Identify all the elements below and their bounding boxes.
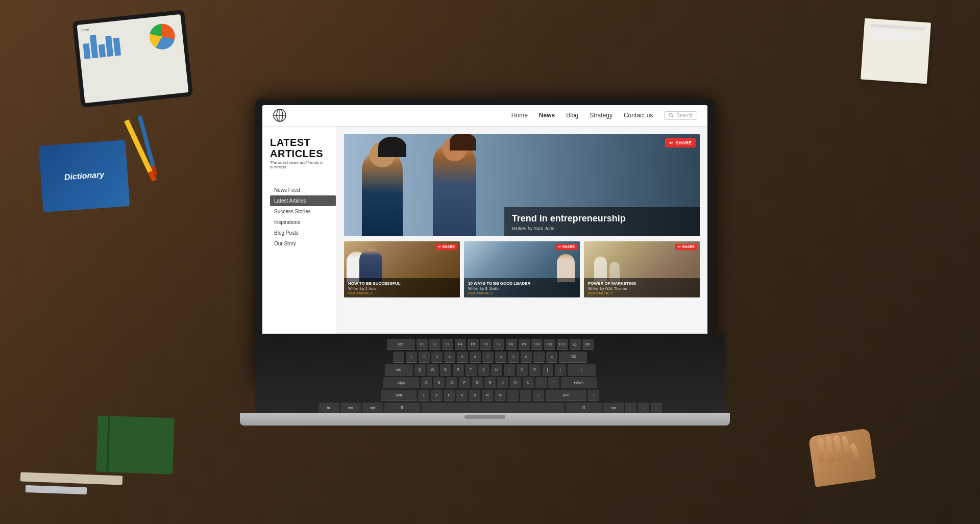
- key-f2[interactable]: F2: [429, 339, 440, 350]
- nav-home[interactable]: Home: [511, 112, 528, 119]
- key-slash[interactable]: /: [533, 390, 544, 401]
- key-3[interactable]: 3: [431, 352, 443, 363]
- key-f6[interactable]: F6: [480, 339, 492, 350]
- key-right[interactable]: →: [651, 403, 662, 414]
- key-f8[interactable]: F8: [506, 339, 517, 350]
- key-cmd[interactable]: ⌘: [384, 403, 420, 414]
- key-space[interactable]: [422, 403, 565, 414]
- key-g[interactable]: G: [472, 377, 483, 388]
- key-backspace[interactable]: ⌫: [559, 352, 587, 363]
- key-v[interactable]: V: [456, 390, 468, 401]
- key-d[interactable]: D: [446, 377, 457, 388]
- key-esc[interactable]: esc: [387, 339, 415, 350]
- sidebar-item-news-feed[interactable]: News Feed: [270, 185, 336, 195]
- key-minus[interactable]: -: [533, 352, 545, 363]
- key-m[interactable]: M: [495, 390, 506, 401]
- sidebar-item-our-story[interactable]: Our Story: [270, 238, 336, 249]
- nav-news[interactable]: News: [539, 112, 555, 119]
- key-power[interactable]: ⏻: [570, 339, 581, 350]
- key-k[interactable]: K: [510, 377, 521, 388]
- key-8[interactable]: 8: [495, 352, 506, 363]
- key-up[interactable]: ↑: [588, 390, 599, 401]
- thumb2-read-more[interactable]: READ MORE >: [468, 291, 576, 295]
- key-c[interactable]: C: [444, 390, 455, 401]
- key-fn[interactable]: fn: [318, 403, 339, 414]
- thumb-card-2[interactable]: ⇜ SHARE 10 WAYS TO BE GOOD LEADER Writte…: [464, 241, 580, 297]
- search-box[interactable]: Search: [664, 111, 697, 120]
- key-y[interactable]: Y: [478, 364, 489, 376]
- key-option[interactable]: opt: [362, 403, 383, 414]
- sidebar-item-latest-articles[interactable]: Latest Articles: [270, 195, 336, 206]
- nav-contact[interactable]: Contact us: [624, 112, 653, 119]
- key-semicolon[interactable]: ;: [535, 377, 547, 388]
- key-i[interactable]: I: [504, 364, 515, 376]
- sidebar-item-inspirations[interactable]: Inspirations: [270, 217, 336, 228]
- key-f10[interactable]: F10: [531, 339, 543, 350]
- key-9[interactable]: 9: [508, 352, 519, 363]
- key-l[interactable]: L: [523, 377, 534, 388]
- key-return[interactable]: return: [561, 377, 597, 388]
- sidebar-item-success-stories[interactable]: Success Stories: [270, 206, 336, 217]
- key-h[interactable]: H: [484, 377, 496, 388]
- key-q[interactable]: Q: [414, 364, 426, 376]
- thumb3-share-button[interactable]: ⇜ SHARE: [675, 244, 697, 250]
- key-u[interactable]: U: [491, 364, 502, 376]
- featured-share-button[interactable]: ⇜ SHARE: [665, 138, 696, 147]
- nav-blog[interactable]: Blog: [566, 112, 578, 119]
- key-a[interactable]: A: [421, 377, 432, 388]
- key-quote[interactable]: ': [548, 377, 559, 388]
- key-z[interactable]: Z: [418, 390, 429, 401]
- key-down[interactable]: ↓: [638, 403, 649, 414]
- key-ctrl[interactable]: ctrl: [340, 403, 361, 414]
- key-rbracket[interactable]: ]: [555, 364, 566, 376]
- thumb1-read-more[interactable]: READ MORE >: [348, 291, 456, 295]
- key-6[interactable]: 6: [470, 352, 481, 363]
- key-2[interactable]: 2: [419, 352, 430, 363]
- key-p[interactable]: P: [529, 364, 541, 376]
- key-0[interactable]: 0: [521, 352, 532, 363]
- key-5[interactable]: 5: [457, 352, 468, 363]
- key-del[interactable]: del: [582, 339, 594, 350]
- key-f11[interactable]: F11: [544, 339, 555, 350]
- key-period[interactable]: .: [520, 390, 531, 401]
- key-comma[interactable]: ,: [507, 390, 519, 401]
- thumb-card-1[interactable]: ⇜ SHARE HOW TO BE SUCCESSFUL Written by …: [344, 241, 460, 297]
- key-tab[interactable]: tab: [385, 364, 413, 376]
- key-e[interactable]: E: [440, 364, 451, 376]
- key-equals[interactable]: =: [546, 352, 557, 363]
- key-rshift[interactable]: shift: [546, 390, 586, 401]
- thumb-card-3[interactable]: ⇜ SHARE POWER OF MARKETING Written by W.…: [584, 241, 700, 297]
- sidebar-item-blog-posts[interactable]: Blog Posts: [270, 228, 336, 238]
- key-f5[interactable]: F5: [468, 339, 479, 350]
- thumb3-read-more[interactable]: READ MORE >: [588, 291, 696, 295]
- key-backslash[interactable]: \: [568, 364, 596, 376]
- key-x[interactable]: X: [431, 390, 442, 401]
- key-f4[interactable]: F4: [455, 339, 466, 350]
- key-4[interactable]: 4: [444, 352, 455, 363]
- key-f9[interactable]: F9: [519, 339, 530, 350]
- thumb1-share-button[interactable]: ⇜ SHARE: [435, 244, 457, 250]
- key-option-r[interactable]: opt: [603, 403, 624, 414]
- key-7[interactable]: 7: [482, 352, 494, 363]
- key-1[interactable]: 1: [406, 352, 417, 363]
- key-j[interactable]: J: [497, 377, 508, 388]
- key-s[interactable]: S: [433, 377, 445, 388]
- key-f1[interactable]: F1: [416, 339, 428, 350]
- key-f[interactable]: F: [459, 377, 470, 388]
- key-f12[interactable]: F12: [557, 339, 568, 350]
- key-lbracket[interactable]: [: [542, 364, 553, 376]
- nav-strategy[interactable]: Strategy: [590, 112, 612, 119]
- key-r[interactable]: R: [453, 364, 464, 376]
- thumb2-share-button[interactable]: ⇜ SHARE: [555, 244, 577, 250]
- key-o[interactable]: O: [517, 364, 528, 376]
- key-b[interactable]: B: [469, 390, 480, 401]
- key-n[interactable]: N: [482, 390, 493, 401]
- key-backtick[interactable]: `: [393, 352, 404, 363]
- key-lshift[interactable]: shift: [381, 390, 416, 401]
- key-left[interactable]: ←: [625, 403, 636, 414]
- key-f7[interactable]: F7: [493, 339, 504, 350]
- key-w[interactable]: W: [427, 364, 438, 376]
- key-t[interactable]: T: [465, 364, 477, 376]
- key-cmd-r[interactable]: ⌘: [566, 403, 602, 414]
- key-caps[interactable]: caps: [383, 377, 419, 388]
